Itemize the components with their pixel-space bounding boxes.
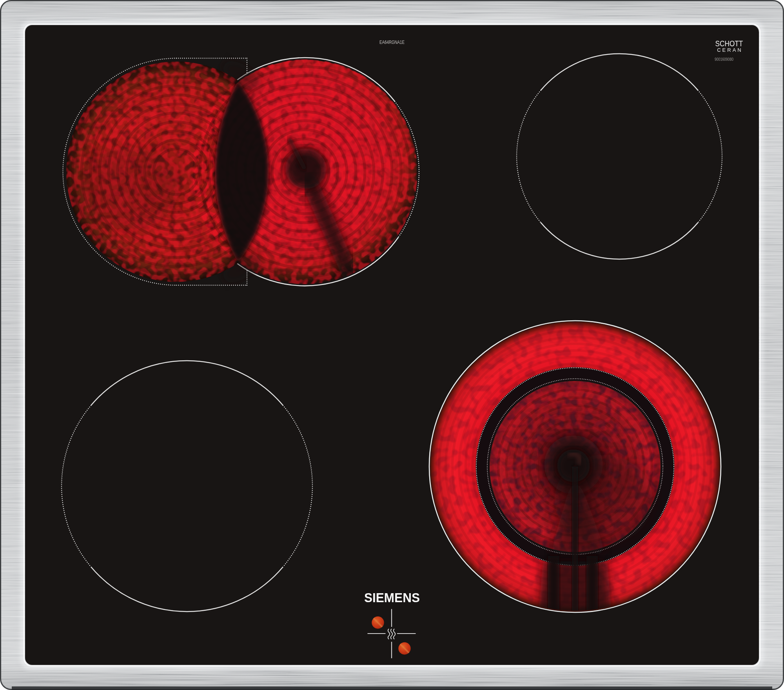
svg-text:CERAN: CERAN [717,47,743,53]
svg-text:9001609080: 9001609080 [715,57,733,62]
svg-text:EA64RGNA1E: EA64RGNA1E [379,39,405,45]
svg-text:SIEMENS: SIEMENS [364,590,420,605]
